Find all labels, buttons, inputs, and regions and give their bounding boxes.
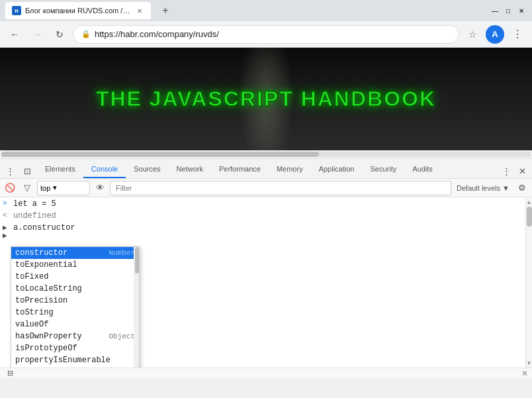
reload-button[interactable]: ↻ — [50, 25, 69, 44]
autocomplete-item-hasownproperty[interactable]: hasOwnProperty Object — [11, 330, 139, 342]
close-button[interactable]: ✕ — [516, 5, 527, 16]
scroll-down-arrow[interactable]: ▼ — [526, 358, 532, 368]
tab-console[interactable]: Console — [83, 161, 126, 178]
autocomplete-item-tofixed[interactable]: toFixed — [11, 271, 139, 283]
new-tab-button[interactable]: + — [156, 2, 175, 19]
filter-input[interactable] — [110, 181, 451, 195]
tab-security[interactable]: Security — [362, 161, 404, 178]
tab-application[interactable]: Application — [311, 161, 363, 178]
scroll-up-arrow[interactable]: ▲ — [526, 197, 532, 207]
lock-icon: 🔒 — [81, 30, 91, 38]
context-selector[interactable]: top ▾ — [37, 181, 90, 195]
minimize-button[interactable]: — — [490, 5, 500, 16]
autocomplete-item-valueof[interactable]: valueOf — [11, 319, 139, 330]
back-button[interactable]: ← — [5, 25, 24, 44]
console-settings-button[interactable]: ⚙ — [515, 181, 529, 195]
console-main: > let a = 5 < undefined ▶ a.constructor … — [0, 197, 532, 368]
bookmark-button[interactable]: ☆ — [463, 25, 482, 44]
autocomplete-item-isprototypeof[interactable]: isPrototypeOf — [11, 342, 139, 354]
tab-elements[interactable]: Elements — [37, 161, 83, 178]
default-levels-selector[interactable]: Default levels ▼ — [454, 184, 512, 192]
console-lines: > let a = 5 < undefined ▶ a.constructor … — [0, 197, 525, 368]
console-line-expand-1[interactable]: ▶ a.constructor — [0, 223, 525, 234]
autocomplete-dropdown: constructor Number toExponential toFixed… — [11, 246, 140, 368]
bottom-close-button[interactable]: ✕ — [521, 369, 528, 378]
toggle-filter-button[interactable]: ▽ — [20, 181, 34, 195]
autocomplete-item-toexponential[interactable]: toExponential — [11, 259, 139, 271]
tab-favicon: н — [12, 6, 21, 15]
context-value: top — [40, 184, 50, 192]
autocomplete-item-type-constructor: Number — [109, 249, 135, 257]
banner-title: THE JAVASCRIPT HANDBOOK — [96, 87, 436, 111]
autocomplete-item-toprecision[interactable]: toPrecision — [11, 295, 139, 307]
console-toolbar: 🚫 ▽ top ▾ 👁 Default levels ▼ ⚙ — [0, 179, 532, 197]
maximize-button[interactable]: □ — [503, 5, 513, 16]
autocomplete-item-definegetter[interactable]: __defineGetter__ — [11, 366, 139, 368]
devtools-panel: ⋮ ⊡ Elements Console Sources Network Per… — [0, 158, 532, 378]
autocomplete-wrap: ▶ constructor Number toExponential toFix… — [0, 234, 525, 236]
console-expand-text-1: a.constructor — [13, 223, 75, 232]
tab-title: Блог компании RUVDS.com / Хе... — [25, 7, 131, 15]
devtools-sidebar-toggle[interactable]: ⋮ — [3, 164, 17, 178]
devtools-bottom-bar: ⊟ ✕ — [0, 368, 532, 378]
console-line-input-1: > let a = 5 — [0, 199, 525, 211]
autocomplete-scrollbar[interactable] — [134, 247, 139, 368]
menu-button[interactable]: ⋮ — [508, 25, 527, 44]
tab-close-icon[interactable]: ✕ — [135, 6, 144, 15]
url-bar[interactable]: 🔒 https://habr.com/company/ruvds/ — [73, 25, 459, 44]
autocomplete-item-tostring[interactable]: toString — [11, 307, 139, 319]
tab-network[interactable]: Network — [169, 161, 211, 178]
autocomplete-item-propertyisenumerable[interactable]: propertyIsEnumerable — [11, 354, 139, 366]
devtools-dock-icon[interactable]: ⊟ — [3, 366, 17, 381]
console-output-text-1: undefined — [13, 211, 56, 221]
devtools-tab-bar: ⋮ ⊡ Elements Console Sources Network Per… — [0, 159, 532, 179]
tab-audits[interactable]: Audits — [404, 161, 441, 178]
console-output: > let a = 5 < undefined ▶ a.constructor … — [0, 197, 525, 368]
title-bar: н Блог компании RUVDS.com / Хе... ✕ + — … — [0, 0, 532, 21]
devtools-inspect-toggle[interactable]: ⊡ — [20, 164, 34, 178]
console-line-output-1: < undefined — [0, 211, 525, 223]
page-scrollbar[interactable] — [0, 150, 532, 158]
tab-performance[interactable]: Performance — [211, 161, 269, 178]
devtools-more-button[interactable]: ⋮ — [499, 164, 513, 178]
tab-memory[interactable]: Memory — [269, 161, 311, 178]
autocomplete-item-label: constructor — [15, 248, 105, 258]
address-bar: ← → ↻ 🔒 https://habr.com/company/ruvds/ … — [0, 21, 532, 48]
user-avatar[interactable]: A — [486, 25, 504, 44]
clear-console-button[interactable]: 🚫 — [3, 181, 17, 195]
eye-button[interactable]: 👁 — [93, 181, 107, 195]
url-text: https://habr.com/company/ruvds/ — [95, 29, 219, 39]
devtools-close-button[interactable]: ✕ — [515, 164, 529, 178]
tab-sources[interactable]: Sources — [126, 161, 168, 178]
autocomplete-input-line: ▶ — [0, 234, 525, 236]
console-scrollbar[interactable]: ▲ ▼ — [525, 197, 532, 368]
autocomplete-item-tolocalestring[interactable]: toLocaleString — [11, 283, 139, 295]
context-chevron-icon: ▾ — [53, 183, 57, 192]
page-banner: THE JAVASCRIPT HANDBOOK — [0, 48, 532, 150]
autocomplete-item-constructor[interactable]: constructor Number — [11, 247, 139, 259]
forward-button[interactable]: → — [28, 25, 46, 44]
console-input-text-1: let a = 5 — [13, 199, 56, 209]
browser-tab[interactable]: н Блог компании RUVDS.com / Хе... ✕ — [5, 2, 151, 19]
